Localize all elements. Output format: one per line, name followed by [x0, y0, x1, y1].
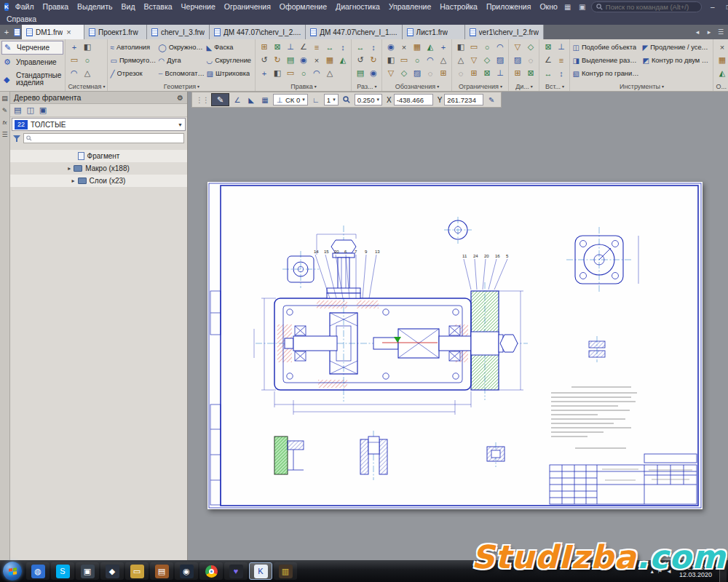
- category-management[interactable]: ⚙Управление: [1, 55, 63, 69]
- tool-similarity[interactable]: ◫Подобие объекта: [572, 41, 641, 54]
- create-document-icon[interactable]: +: [68, 41, 80, 53]
- image-icon[interactable]: ▣: [39, 105, 47, 115]
- rounding-select[interactable]: 0.250 ▾: [355, 94, 382, 105]
- command-search[interactable]: [591, 1, 702, 12]
- copy-icon[interactable]: ≡: [310, 41, 323, 53]
- axis-line-icon[interactable]: △: [437, 54, 449, 66]
- tool-dimension-selection[interactable]: ◨Выделение размеров с ру...: [572, 54, 641, 67]
- ortho-icon[interactable]: ∟: [310, 94, 322, 105]
- menu-settings[interactable]: Настройка: [435, 1, 482, 12]
- equal-length-icon[interactable]: ▨: [494, 54, 506, 66]
- start-button[interactable]: [3, 562, 22, 581]
- measure-angle-icon[interactable]: ◇: [524, 41, 537, 53]
- snap-angle-icon[interactable]: ∠: [232, 94, 243, 105]
- drawing-sheet[interactable]: 14152067913112420165: [207, 182, 703, 509]
- tool-circle[interactable]: ◯Окружность: [158, 41, 205, 54]
- center-mark-icon[interactable]: ◠: [424, 54, 436, 66]
- parallel-icon[interactable]: ○: [480, 41, 493, 53]
- maximize-button[interactable]: □: [721, 1, 728, 12]
- pencil-button[interactable]: ✎: [211, 93, 229, 106]
- menu-help[interactable]: Справка: [2, 14, 41, 24]
- tab-dm447-cherv-l-1[interactable]: ДМ 447.07\cherv_I_1....: [306, 25, 402, 39]
- tool-auxiliary-line[interactable]: ┄Вспомогательная прямая: [158, 67, 205, 80]
- expand-arrow-icon[interactable]: ▸: [68, 165, 71, 172]
- tab-cherv-l-3[interactable]: cherv_I_3.frw: [147, 25, 210, 39]
- layout-single-icon[interactable]: ▣: [577, 2, 588, 12]
- drag-handle[interactable]: ⋮⋮: [196, 96, 209, 104]
- skype-icon[interactable]: S: [51, 562, 74, 580]
- note-symbol-icon[interactable]: ◌: [424, 67, 436, 79]
- books-icon[interactable]: ▥: [274, 562, 297, 580]
- edit-coordinates-icon[interactable]: ✎: [486, 94, 497, 105]
- mass-center-icon[interactable]: ⊞: [511, 67, 523, 79]
- menu-panel-icon[interactable]: ☰: [1, 131, 7, 138]
- move-icon[interactable]: ⊞: [258, 41, 270, 53]
- y-coordinate-field[interactable]: 261.7234: [444, 94, 483, 105]
- menu-insert[interactable]: Вставка: [140, 1, 177, 12]
- structure-panel-icon[interactable]: ▤: [1, 95, 8, 102]
- tab-ver1-cherv-l-2[interactable]: ver1\cherv_I_2.frw: [465, 25, 544, 39]
- tree-item-layers[interactable]: ▸ Слои (x23): [10, 175, 187, 187]
- options-panel-icon[interactable]: ◭: [716, 67, 728, 79]
- group-label[interactable]: Геометрия▾: [110, 81, 253, 91]
- symmetry-icon[interactable]: ◌: [454, 67, 467, 79]
- tree-item-fragment[interactable]: Фрагмент: [10, 150, 187, 162]
- insert-text-icon[interactable]: ↕: [555, 67, 567, 79]
- radial-dimension-icon[interactable]: ↻: [367, 54, 379, 66]
- new-tab-button[interactable]: +: [1, 28, 12, 36]
- chrome-icon[interactable]: [199, 562, 223, 580]
- mirror-icon[interactable]: ∠: [297, 41, 309, 53]
- tree-item-macro[interactable]: ▸ Макро (x188): [10, 162, 187, 175]
- group-label[interactable]: Ди...▾: [511, 81, 537, 91]
- app1-icon[interactable]: ▣: [76, 562, 99, 580]
- tool-hatch[interactable]: ▨Штриховка: [206, 67, 253, 80]
- tree-search-input[interactable]: [32, 135, 181, 142]
- tool-rectangle[interactable]: ▭Прямоугольник: [110, 54, 157, 67]
- split-icon[interactable]: ◉: [297, 54, 309, 66]
- tab-scroll-left-icon[interactable]: ◂: [692, 28, 703, 36]
- horizontal-icon[interactable]: ▽: [467, 54, 480, 66]
- align-icon[interactable]: ▭: [284, 67, 296, 79]
- coordinate-system-select[interactable]: ⊥ СК 0 ▾: [273, 94, 308, 105]
- document-list-icon[interactable]: [14, 28, 20, 36]
- view-arrow-icon[interactable]: ○: [411, 54, 423, 66]
- tab-proekt1[interactable]: Проект1.frw: [84, 25, 147, 39]
- drawing-canvas[interactable]: ⋮⋮ ✎ ∠ ◣ ▦ ⊥ СК 0 ▾ ∟ 1 ▾ 0.250 ▾ X -438…: [188, 92, 728, 560]
- linear-dimension-icon[interactable]: ↕: [367, 41, 379, 53]
- clean-icon[interactable]: △: [323, 67, 336, 79]
- coincidence-icon[interactable]: ◧: [454, 41, 467, 53]
- open-document-icon[interactable]: ◧: [81, 41, 93, 53]
- layout-windows-icon[interactable]: ▦: [562, 2, 574, 12]
- explode-icon[interactable]: +: [258, 67, 270, 79]
- roughness-icon[interactable]: ▦: [411, 41, 423, 53]
- print-icon[interactable]: ○: [81, 54, 93, 66]
- rotate-icon[interactable]: ⊠: [271, 41, 283, 53]
- minimize-button[interactable]: –: [705, 1, 721, 12]
- fillet-edit-icon[interactable]: ×: [310, 54, 323, 66]
- tab-menu-icon[interactable]: ☰: [716, 28, 726, 36]
- alignment-icon[interactable]: ▭: [467, 41, 480, 53]
- group-label[interactable]: Обозначения▾: [384, 81, 449, 91]
- measure-edit-icon[interactable]: ○: [297, 67, 309, 79]
- group-label[interactable]: Вст...▾: [542, 81, 567, 91]
- clipboard-icon[interactable]: ▤: [150, 562, 173, 580]
- category-drawing[interactable]: ✎Черчение: [1, 41, 63, 55]
- check-overlaps-icon[interactable]: ⊠: [524, 67, 537, 79]
- cut-icon[interactable]: ↕: [336, 41, 349, 53]
- group-icon[interactable]: ◧: [271, 67, 283, 79]
- zoom-icon[interactable]: [341, 94, 352, 105]
- tool-autoline[interactable]: ≈Автолиния: [110, 41, 157, 54]
- group-label[interactable]: Системная▾: [68, 81, 105, 91]
- menu-edit[interactable]: Правка: [39, 1, 73, 12]
- insert-picture-icon[interactable]: ⊥: [555, 41, 567, 53]
- tool-segment[interactable]: ╱Отрезок: [110, 67, 157, 80]
- variables-panel-icon[interactable]: ▦: [716, 54, 728, 66]
- drawing-sheet-svg[interactable]: 14152067913112420165: [207, 182, 703, 509]
- browser-icon[interactable]: ◍: [26, 562, 50, 580]
- snap-icon[interactable]: ◣: [245, 94, 257, 105]
- datum-base-icon[interactable]: ◭: [424, 41, 436, 53]
- explorer-icon[interactable]: ▭: [125, 562, 149, 580]
- table-icon[interactable]: ×: [397, 41, 410, 53]
- save-document-icon[interactable]: ▭: [68, 54, 80, 66]
- undo-icon[interactable]: ◠: [68, 67, 80, 79]
